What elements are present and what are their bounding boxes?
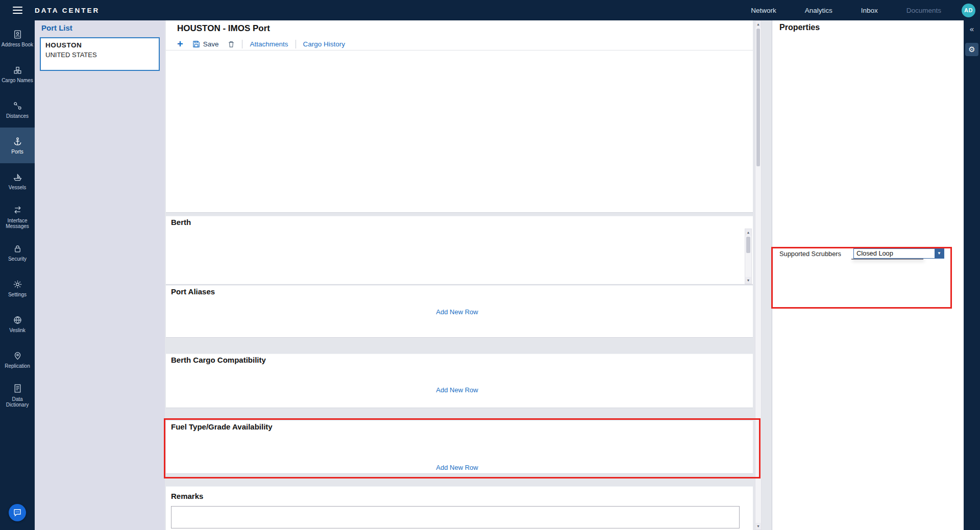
berth-cargo-section: Berth Cargo Compatibility Add New Row: [166, 354, 753, 408]
sidebar-item-label: Vessels: [1, 185, 34, 190]
gear-icon[interactable]: ⚙: [965, 43, 978, 56]
scroll-up-icon[interactable]: ▲: [745, 229, 751, 236]
port-list-item-houston[interactable]: HOUSTON UNITED STATES: [40, 37, 160, 71]
properties-panel: Properties Supported Scrubbers Closed Lo…: [772, 20, 964, 530]
sidebar-item-ports[interactable]: Ports: [0, 128, 35, 163]
app-title: DATA CENTER: [35, 7, 100, 14]
add-new-row-link[interactable]: Add New Row: [170, 308, 744, 316]
sidebar-item-label: Ports: [1, 149, 34, 155]
supported-scrubbers-dropdown[interactable]: Closed Loop ▼: [853, 248, 944, 259]
avatar[interactable]: AD: [962, 4, 975, 17]
save-button[interactable]: Save: [192, 40, 219, 48]
port-list-title: Port List: [41, 23, 72, 32]
section-title-berth: Berth: [171, 218, 191, 226]
sidebar-item-label: Veslink: [1, 327, 34, 333]
main-scrollbar[interactable]: ▲ ▼: [755, 20, 762, 530]
save-label: Save: [203, 40, 219, 48]
trash-icon: [228, 40, 235, 48]
add-new-row-link[interactable]: Add New Row: [170, 386, 744, 394]
sidebar-item-label: Replication: [1, 363, 34, 369]
sidebar-item-veslink[interactable]: Veslink: [0, 306, 35, 342]
scroll-down-icon[interactable]: ▼: [755, 523, 761, 529]
top-nav-network[interactable]: Network: [737, 0, 791, 20]
top-nav-inbox[interactable]: Inbox: [847, 0, 892, 20]
distances-icon: [12, 100, 22, 111]
scrollbar-thumb[interactable]: [746, 237, 750, 253]
divider: [166, 50, 753, 51]
remarks-input[interactable]: [171, 506, 740, 528]
sidebar-item-label: Data Dictionary: [1, 396, 34, 408]
page-title: HOUSTON - IMOS Port: [177, 23, 270, 34]
right-toolbar: « ⚙: [964, 20, 980, 530]
port-list-panel: Port List HOUSTON UNITED STATES: [35, 20, 165, 530]
security-icon: [12, 243, 22, 254]
scroll-down-icon[interactable]: ▼: [745, 277, 751, 284]
section-title-remarks: Remarks: [171, 492, 203, 500]
sidebar-item-distances[interactable]: Distances: [0, 92, 35, 128]
port-form-section: HOUSTON - IMOS Port + Save Attachments C…: [166, 20, 753, 213]
sidebar-item-replication[interactable]: Replication: [0, 342, 35, 377]
cargo-names-icon: [12, 65, 22, 75]
sidebar-item-label: Distances: [1, 113, 34, 119]
add-button[interactable]: +: [177, 39, 183, 49]
address-book-icon: [12, 29, 22, 39]
menu-icon[interactable]: [0, 0, 35, 20]
sidebar-item-settings[interactable]: Settings: [0, 270, 35, 306]
remarks-section: Remarks: [166, 486, 753, 530]
vessels-icon: [12, 172, 22, 182]
delete-button[interactable]: [228, 40, 235, 48]
interface-messages-icon: [12, 205, 22, 215]
save-icon: [192, 40, 200, 48]
sidebar-item-interface-messages[interactable]: Interface Messages: [0, 199, 35, 235]
top-bar: DATA CENTER NetworkAnalyticsInboxDocumen…: [0, 0, 980, 20]
chat-fab-button[interactable]: [9, 504, 26, 521]
sidebar-item-vessels[interactable]: Vessels: [0, 163, 35, 199]
fuel-availability-section: Fuel Type/Grade Availability Add New Row: [166, 420, 753, 474]
chevron-down-icon[interactable]: ▼: [935, 249, 944, 258]
replication-icon: [12, 350, 22, 361]
veslink-icon: [12, 315, 22, 325]
port-name: HOUSTON: [45, 41, 154, 49]
top-nav: NetworkAnalyticsInboxDocuments: [737, 0, 955, 20]
toolbar: + Save Attachments Cargo History: [177, 37, 345, 51]
sidebar-item-label: Address Book: [1, 42, 34, 47]
sidebar-item-cargo-names[interactable]: Cargo Names: [0, 56, 35, 92]
panel-title: Properties: [779, 23, 820, 32]
sidebar-item-security[interactable]: Security: [0, 235, 35, 270]
data-dictionary-icon: [12, 384, 22, 394]
chat-bubble-icon: [13, 508, 22, 517]
sidebar-item-data-dictionary[interactable]: Data Dictionary: [0, 377, 35, 413]
scroll-up-icon[interactable]: ▲: [755, 21, 761, 28]
field-label: Supported Scrubbers: [779, 249, 841, 257]
scrubbers-dropdown-list: [851, 259, 923, 260]
toolbar-separator: [242, 40, 242, 48]
collapse-panel-icon[interactable]: «: [964, 24, 980, 36]
add-new-row-link[interactable]: Add New Row: [170, 464, 744, 471]
cargo-history-link[interactable]: Cargo History: [303, 40, 346, 48]
port-country: UNITED STATES: [45, 51, 154, 59]
ports-icon: [12, 136, 22, 146]
dropdown-value: Closed Loop: [856, 249, 893, 258]
section-title-fuel: Fuel Type/Grade Availability: [171, 422, 273, 431]
sidebar-item-address-book[interactable]: Address Book: [0, 20, 35, 56]
property-field-supported-scrubbers: Supported Scrubbers Closed Loop ▼: [779, 247, 959, 259]
toolbar-separator: [296, 40, 296, 48]
sidebar-item-label: Cargo Names: [1, 78, 34, 83]
settings-icon: [12, 279, 22, 289]
berth-section: Berth ▲ ▼: [166, 216, 753, 285]
sidebar-item-label: Security: [1, 256, 34, 262]
scrollbar-thumb[interactable]: [756, 29, 760, 166]
port-aliases-section: Port Aliases Add New Row: [166, 285, 753, 338]
section-title-berth-cargo: Berth Cargo Compatibility: [171, 356, 266, 364]
sidebar-item-label: Settings: [1, 292, 34, 297]
sidebar-item-label: Interface Messages: [1, 218, 34, 229]
attachments-link[interactable]: Attachments: [250, 40, 288, 48]
top-nav-analytics[interactable]: Analytics: [791, 0, 847, 20]
top-nav-documents[interactable]: Documents: [892, 0, 955, 20]
section-title-port-aliases: Port Aliases: [171, 287, 215, 296]
berth-scrollbar[interactable]: ▲ ▼: [745, 229, 752, 284]
sidebar: Address BookCargo NamesDistancesPortsVes…: [0, 20, 35, 530]
main-content: HOUSTON - IMOS Port + Save Attachments C…: [165, 20, 762, 530]
